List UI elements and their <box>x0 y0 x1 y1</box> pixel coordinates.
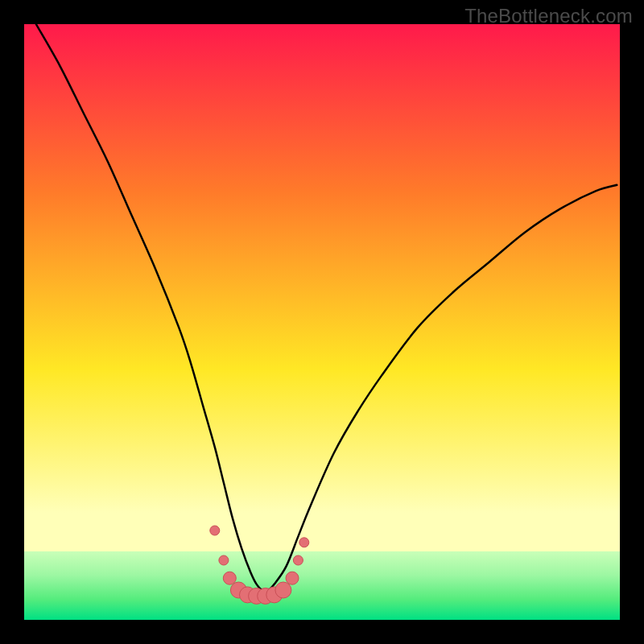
curve-marker <box>299 538 309 547</box>
chart-frame: TheBottleneck.com <box>0 0 644 644</box>
curve-marker <box>210 526 220 535</box>
curve-marker <box>293 555 303 565</box>
plot-area <box>24 24 620 620</box>
gradient-background <box>24 24 620 620</box>
chart-svg <box>24 24 620 620</box>
curve-marker <box>286 572 299 584</box>
curve-marker <box>223 572 236 584</box>
curve-marker <box>219 555 229 565</box>
green-band <box>24 551 620 620</box>
curve-marker <box>275 582 291 598</box>
